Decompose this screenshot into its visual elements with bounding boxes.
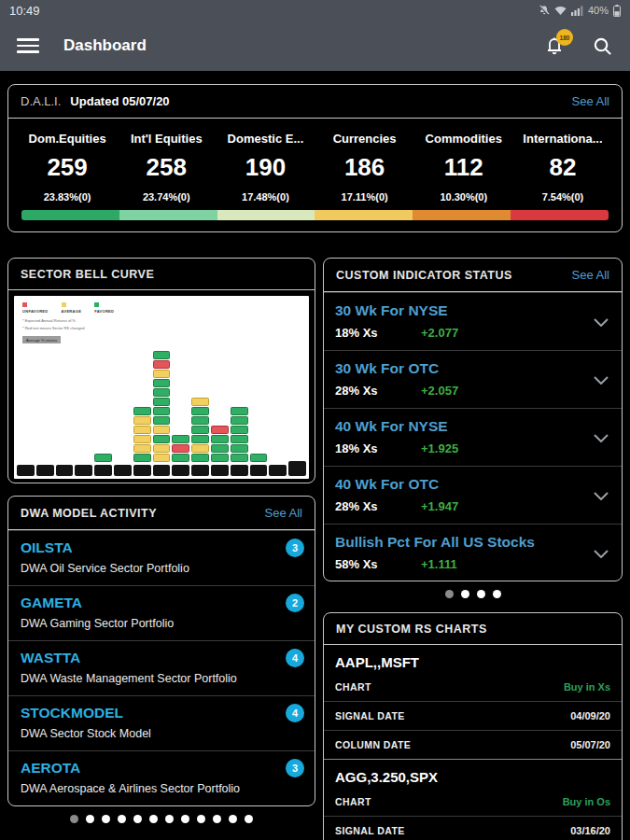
asset-class-value: 186 — [315, 153, 414, 182]
page-dot[interactable] — [149, 815, 158, 823]
bellcurve-column — [288, 459, 306, 476]
dali-column[interactable]: Currencies 186 17.11%(0) — [315, 132, 414, 203]
indicator-value: +1.111 — [421, 557, 457, 571]
x-axis-label — [17, 465, 35, 476]
indicator-row[interactable]: 40 Wk For NYSE 18% Xs +1.925 — [324, 408, 622, 466]
x-axis-label — [250, 465, 268, 476]
sector-tile — [133, 435, 151, 443]
sector-tile — [231, 426, 248, 434]
sector-tile — [191, 426, 209, 434]
page-dot[interactable] — [229, 815, 237, 823]
page-dot[interactable] — [118, 815, 126, 823]
page-dot[interactable] — [461, 590, 469, 598]
model-row[interactable]: GAMETA DWA Gaming Sector Portfolio 2 — [8, 585, 315, 640]
dali-column[interactable]: Domestic E... 190 17.48%(0) — [216, 132, 315, 203]
indicator-row[interactable]: 30 Wk For OTC 28% Xs +2.057 — [324, 350, 622, 408]
chevron-down-icon[interactable] — [594, 550, 609, 558]
asset-class-pct: 17.48%(0) — [216, 191, 315, 203]
page-dot[interactable] — [493, 590, 501, 598]
chevron-down-icon[interactable] — [594, 434, 609, 442]
bellcurve-chart[interactable]: UNFAVORED AVERAGE FAVORED * Expected Ann… — [14, 296, 309, 479]
x-axis-label — [211, 465, 229, 476]
model-row[interactable]: OILSTA DWA Oil Service Sector Portfolio … — [8, 530, 315, 585]
model-count-badge: 4 — [286, 649, 304, 667]
dali-column[interactable]: Dom.Equities 259 23.83%(0) — [18, 132, 117, 203]
wifi-icon — [554, 6, 567, 16]
rs-chart-entry[interactable]: AGG,3.250,SPX CHART Buy in Os SIGNAL DAT… — [324, 760, 622, 840]
notifications-button[interactable]: 180 — [543, 34, 567, 58]
page-dot[interactable] — [70, 815, 78, 823]
bellcurve-columns — [17, 351, 306, 476]
gradient-segment — [21, 210, 119, 220]
clock: 10:49 — [9, 4, 40, 18]
asset-class-label: Domestic E... — [216, 132, 315, 146]
dali-title: D.A.L.I. — [21, 94, 61, 108]
models-see-all-link[interactable]: See All — [265, 506, 302, 520]
model-row[interactable]: WASTTA DWA Waste Management Sector Portf… — [8, 640, 315, 695]
indicator-row[interactable]: Bullish Pct For All US Stocks 58% Xs +1.… — [324, 524, 622, 581]
page-dot[interactable] — [197, 815, 205, 823]
dali-gradient-bar — [21, 210, 609, 220]
dali-column[interactable]: Internationa... 82 7.54%(0) — [513, 132, 612, 203]
indicator-row[interactable]: 30 Wk For NYSE 18% Xs +2.077 — [324, 292, 622, 350]
model-description: DWA Sector Stock Model — [21, 727, 302, 740]
model-count-badge: 3 — [286, 539, 304, 557]
sector-tile — [231, 407, 248, 415]
page-dot[interactable] — [445, 590, 454, 598]
bellcurve-legend: UNFAVORED AVERAGE FAVORED — [14, 296, 309, 314]
page-dot[interactable] — [165, 815, 174, 823]
menu-icon[interactable] — [17, 35, 39, 57]
rs-row-label: COLUMN DATE — [335, 739, 411, 750]
rs-symbol: AAPL,,MSFT — [324, 645, 622, 673]
page-dot[interactable] — [133, 815, 142, 823]
asset-class-label: Dom.Equities — [18, 132, 117, 146]
sector-tile — [133, 454, 151, 462]
sector-tile — [133, 426, 151, 434]
sector-tile — [211, 454, 229, 462]
model-ticker: GAMETA — [21, 595, 302, 611]
model-ticker: STOCKMODEL — [21, 705, 302, 721]
dali-see-all-link[interactable]: See All — [572, 94, 609, 108]
page-dot[interactable] — [181, 815, 189, 823]
sector-tile — [211, 426, 229, 434]
bellcurve-column — [211, 426, 229, 476]
dali-column[interactable]: Commodities 112 10.30%(0) — [414, 132, 513, 203]
x-axis-label — [172, 465, 189, 476]
bellcurve-column — [172, 435, 189, 476]
indicator-sub: 28% Xs — [335, 499, 421, 513]
asset-class-value: 112 — [414, 153, 513, 182]
sector-tile — [231, 444, 248, 453]
my-custom-rs-charts-panel: MY CUSTOM RS CHARTS AAPL,,MSFT CHART Buy… — [323, 612, 623, 840]
sector-tile — [191, 407, 209, 415]
bellcurve-column — [269, 463, 287, 476]
rs-chart-entry[interactable]: AAPL,,MSFT CHART Buy in Xs SIGNAL DATE 0… — [324, 645, 622, 759]
indicators-see-all-link[interactable]: See All — [572, 268, 609, 282]
model-ticker: OILSTA — [21, 539, 302, 556]
rs-row-value: 05/07/20 — [570, 739, 610, 750]
indicator-row[interactable]: 40 Wk For OTC 28% Xs +1.947 — [324, 466, 622, 524]
model-row[interactable]: AEROTA DWA Aerospace & Airlines Sector P… — [8, 750, 315, 805]
custom-indicator-status-panel: CUSTOM INDICATOR STATUS See All 30 Wk Fo… — [323, 258, 623, 581]
sector-tile — [191, 416, 209, 425]
sector-tile — [172, 454, 189, 462]
sector-tile — [153, 454, 171, 462]
chevron-down-icon[interactable] — [594, 318, 609, 327]
chevron-down-icon[interactable] — [594, 376, 609, 385]
rs-row-value: Buy in Os — [563, 796, 610, 807]
sector-tile — [133, 407, 151, 415]
page-dot[interactable] — [86, 815, 94, 823]
model-description: DWA Waste Management Sector Portfolio — [21, 672, 302, 685]
dali-column[interactable]: Int'l Equities 258 23.74%(0) — [117, 132, 216, 203]
model-row[interactable]: STOCKMODEL DWA Sector Stock Model 4 — [8, 695, 315, 750]
chevron-down-icon[interactable] — [594, 492, 609, 500]
page-dot[interactable] — [102, 815, 110, 823]
page-dot[interactable] — [245, 815, 253, 823]
asset-class-label: Commodities — [414, 132, 513, 146]
page-dot[interactable] — [477, 590, 485, 598]
indicator-sub: 18% Xs — [335, 441, 421, 455]
page-dot[interactable] — [213, 815, 221, 823]
asset-class-pct: 7.54%(0) — [513, 191, 612, 203]
indicator-value: +1.947 — [421, 499, 458, 513]
search-button[interactable] — [592, 35, 613, 57]
bellcurve-column — [114, 463, 132, 476]
